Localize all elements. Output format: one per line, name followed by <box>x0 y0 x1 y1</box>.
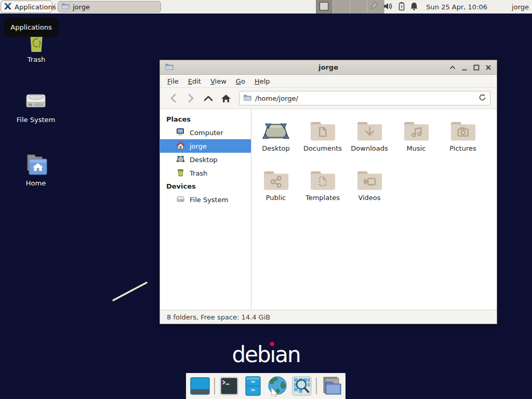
file-item-label: Documents <box>299 144 346 152</box>
hard-drive-icon <box>14 88 58 113</box>
notification-bell-icon[interactable] <box>410 2 418 12</box>
reload-icon[interactable] <box>478 94 486 103</box>
sidebar-item-file-system[interactable]: File System <box>160 193 251 206</box>
sidebar-item-label: Computer <box>190 129 223 137</box>
home-button[interactable] <box>218 90 234 106</box>
workspace-1[interactable] <box>316 0 333 14</box>
desktop-icon-file-system[interactable]: File System <box>14 88 58 124</box>
panel-username[interactable]: jorge <box>512 3 529 11</box>
menubar: File Edit View Go Help <box>160 75 497 88</box>
desktop-icon-home[interactable]: Home <box>14 153 58 187</box>
sidebar-item-computer[interactable]: Computer <box>160 126 251 139</box>
sidebar-item-label: Trash <box>190 169 207 177</box>
desktop-scribble-line <box>110 280 150 303</box>
music-folder-icon <box>402 119 431 143</box>
debian-logo-text: an <box>275 342 300 367</box>
taskbar-window-button[interactable]: jorge <box>58 1 161 12</box>
file-item-label: Templates <box>299 194 346 202</box>
path-input[interactable] <box>255 95 478 102</box>
file-item-label: Pictures <box>440 144 486 152</box>
window-controls <box>446 60 494 75</box>
folder-shortcut-button[interactable] <box>321 375 342 397</box>
forward-button[interactable] <box>183 90 198 106</box>
sidebar-item-trash[interactable]: Trash <box>160 166 251 180</box>
templates-folder-icon <box>308 168 337 192</box>
sidebar-item-jorge[interactable]: jorge <box>160 139 251 153</box>
file-manager-button[interactable] <box>243 375 264 397</box>
workspace-3[interactable] <box>350 0 367 14</box>
titlebar[interactable]: jorge <box>160 60 497 75</box>
file-item-music[interactable]: Music <box>393 116 440 165</box>
window-content: Places Computer <box>160 109 497 310</box>
sidebar-item-label: jorge <box>190 142 207 150</box>
menu-view[interactable]: View <box>206 76 231 87</box>
workspace-2[interactable] <box>333 0 350 14</box>
volume-icon[interactable] <box>383 2 393 12</box>
taskbar-window-label: jorge <box>73 3 90 11</box>
file-item-label: Downloads <box>346 144 393 152</box>
file-item-desktop[interactable]: Desktop <box>252 116 299 165</box>
file-item-templates[interactable]: Templates <box>299 165 346 215</box>
menu-go[interactable]: Go <box>231 76 250 87</box>
shade-button[interactable] <box>446 62 458 73</box>
sidebar: Places Computer <box>160 109 251 310</box>
file-item-label: Desktop <box>252 144 299 152</box>
file-item-pictures[interactable]: Pictures <box>440 116 486 165</box>
path-folder-icon <box>243 94 251 102</box>
file-item-documents[interactable]: Documents <box>299 116 346 165</box>
back-button[interactable] <box>165 90 181 106</box>
file-item-public[interactable]: Public <box>252 165 299 215</box>
maximize-button[interactable] <box>470 62 482 73</box>
file-item-label: Music <box>393 144 440 152</box>
file-view: Desktop Documents <box>251 109 497 310</box>
file-item-videos[interactable]: Videos <box>346 165 393 215</box>
home-icon <box>176 141 185 151</box>
desktop-icon-label: File System <box>14 116 58 124</box>
show-desktop-icon <box>190 376 210 396</box>
web-browser-button[interactable] <box>267 375 288 397</box>
workspace-window-thumb <box>320 2 328 10</box>
sidebar-header-devices: Devices <box>160 180 251 193</box>
path-bar[interactable] <box>239 91 490 105</box>
up-button[interactable] <box>201 90 216 106</box>
statusbar-text: 8 folders, Free space: 14.4 GiB <box>167 313 270 321</box>
menu-file[interactable]: File <box>163 76 183 87</box>
sidebar-item-label: Desktop <box>190 156 218 164</box>
menu-edit[interactable]: Edit <box>183 76 206 87</box>
app-finder-button[interactable] <box>291 375 312 397</box>
file-item-label: Videos <box>346 194 393 202</box>
sidebar-item-desktop[interactable]: Desktop <box>160 153 251 166</box>
folder-icon <box>61 3 70 11</box>
file-item-downloads[interactable]: Downloads <box>346 116 393 165</box>
desktop-icon-label: Trash <box>15 56 58 63</box>
file-grid: Desktop Documents <box>251 109 497 215</box>
computer-icon <box>176 128 185 138</box>
debian-logo-text: deb <box>232 342 270 367</box>
downloads-folder-icon <box>355 119 384 143</box>
home-folder-icon <box>14 153 58 177</box>
debian-logo-i-swirl: ı <box>270 342 275 367</box>
file-manager-window: jorge File Edit View Go Help <box>159 60 497 324</box>
show-desktop-button[interactable] <box>189 375 210 397</box>
applications-menu-button[interactable]: Applications <box>1 1 52 13</box>
xfce-logo-icon <box>4 2 12 12</box>
battery-icon[interactable] <box>398 2 405 12</box>
hard-drive-icon <box>176 195 185 205</box>
folder-stack-icon <box>321 376 342 396</box>
applications-menu-label: Applications <box>15 3 56 11</box>
panel-clock[interactable]: Sun 25 Apr, 10:06 <box>426 3 487 11</box>
terminal-button[interactable] <box>219 375 240 397</box>
close-button[interactable] <box>482 62 494 73</box>
menu-help[interactable]: Help <box>250 76 275 87</box>
public-folder-icon <box>261 168 290 192</box>
desktop-pad-icon <box>261 119 290 143</box>
desktop-icon-label: Home <box>14 179 58 187</box>
pictures-folder-icon <box>448 119 477 143</box>
globe-browser-icon <box>267 375 288 397</box>
panel-grip[interactable] <box>54 4 56 10</box>
minimize-button[interactable] <box>458 62 470 73</box>
trash-icon <box>176 168 185 178</box>
top-panel: Applications jorge <box>0 0 532 14</box>
desktop-pad-icon <box>176 155 185 165</box>
stylus-icon[interactable] <box>368 1 379 13</box>
